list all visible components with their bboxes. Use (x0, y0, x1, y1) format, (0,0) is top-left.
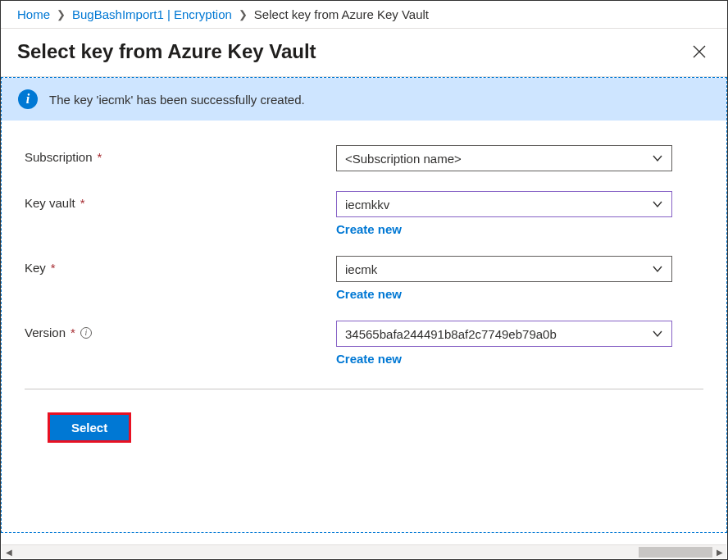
breadcrumb: Home ❯ BugBashImport1 | Encryption ❯ Sel… (1, 1, 727, 29)
form: Subscription* <Subscription name> Key va… (2, 121, 726, 466)
subscription-label: Subscription* (25, 145, 336, 164)
key-create-new-link[interactable]: Create new (336, 287, 402, 301)
scroll-right-arrow[interactable]: ▶ (712, 548, 726, 557)
chevron-right-icon: ❯ (239, 8, 248, 20)
notification-text: The key 'iecmk' has been successfully cr… (49, 93, 305, 107)
page-title: Select key from Azure Key Vault (17, 40, 316, 63)
horizontal-scrollbar[interactable]: ◀ ▶ (2, 544, 726, 558)
main-panel: i The key 'iecmk' has been successfully … (1, 77, 727, 533)
footer: Select (25, 389, 703, 466)
chevron-down-icon (652, 153, 663, 164)
info-hint-icon[interactable]: i (80, 327, 92, 339)
required-asterisk: * (51, 261, 56, 275)
keyvault-value: iecmkkv (345, 198, 389, 212)
key-value: iecmk (345, 262, 377, 276)
chevron-right-icon: ❯ (57, 8, 66, 20)
scrollbar-thumb[interactable] (639, 547, 712, 558)
scroll-left-arrow[interactable]: ◀ (2, 548, 16, 557)
version-create-new-link[interactable]: Create new (336, 352, 402, 366)
required-asterisk: * (80, 196, 85, 210)
version-label: Version* i (25, 321, 336, 339)
required-asterisk: * (98, 150, 102, 164)
breadcrumb-parent[interactable]: BugBashImport1 | Encryption (72, 7, 232, 21)
keyvault-dropdown[interactable]: iecmkkv (336, 191, 672, 217)
breadcrumb-current: Select key from Azure Key Vault (254, 7, 429, 21)
info-icon: i (18, 89, 38, 109)
subscription-value: <Subscription name> (345, 152, 462, 166)
breadcrumb-home[interactable]: Home (17, 7, 50, 21)
version-value: 34565bafa244491b8af2c7749eb79a0b (345, 327, 557, 341)
success-notification: i The key 'iecmk' has been successfully … (2, 78, 726, 121)
chevron-down-icon (652, 198, 663, 210)
version-dropdown[interactable]: 34565bafa244491b8af2c7749eb79a0b (336, 321, 672, 347)
key-dropdown[interactable]: iecmk (336, 256, 672, 282)
chevron-down-icon (652, 328, 663, 339)
keyvault-label: Key vault* (25, 191, 336, 210)
subscription-dropdown[interactable]: <Subscription name> (336, 145, 672, 171)
scrollbar-track[interactable] (16, 545, 712, 558)
required-asterisk: * (71, 326, 75, 339)
close-button[interactable] (688, 40, 711, 63)
close-icon (693, 45, 706, 58)
select-button[interactable]: Select (48, 412, 131, 443)
key-label: Key* (25, 256, 336, 275)
keyvault-create-new-link[interactable]: Create new (336, 222, 402, 236)
panel-header: Select key from Azure Key Vault (1, 29, 727, 77)
chevron-down-icon (652, 263, 663, 275)
